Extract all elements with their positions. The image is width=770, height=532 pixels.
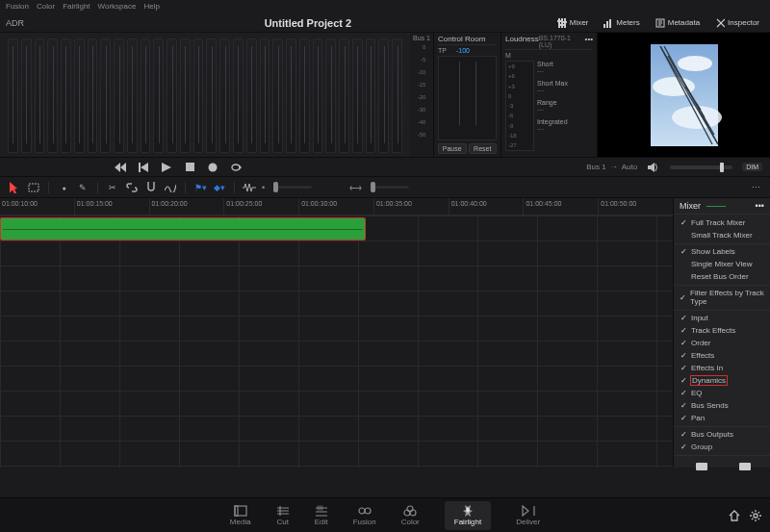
svg-rect-5: [563, 21, 567, 23]
menu-item-eq[interactable]: ✓EQ: [674, 387, 770, 399]
timeline-area: 01:00:10:0001:00:15:0001:00:20:0001:00:2…: [0, 198, 770, 468]
fader-1[interactable]: [681, 462, 719, 464]
metadata-toggle[interactable]: Metadata: [651, 16, 705, 30]
mixer-panel-title: Mixer: [680, 201, 701, 211]
link-tool[interactable]: [125, 181, 139, 194]
track-meters-strip: [0, 33, 410, 157]
play-button[interactable]: [160, 161, 173, 174]
razor-tool[interactable]: ✂: [106, 181, 119, 194]
menu-item-input[interactable]: ✓Input: [674, 310, 770, 324]
meter-slot: [339, 38, 349, 153]
page-edit[interactable]: Edit: [315, 505, 328, 526]
svg-point-21: [359, 508, 365, 514]
page-media[interactable]: Media: [230, 505, 251, 526]
meters-toggle[interactable]: Meters: [599, 16, 644, 30]
video-viewer[interactable]: [597, 33, 770, 157]
control-room-panel: Control Room TP -100 Pause Reset: [433, 33, 500, 157]
adr-label[interactable]: ADR: [6, 18, 64, 28]
stop-button[interactable]: [183, 161, 196, 174]
timeline-options-button[interactable]: ⋯: [749, 181, 762, 194]
meter-slot: [74, 38, 85, 153]
marker-tool[interactable]: ⬥: [57, 181, 70, 194]
ruler-tick: 01:00:45:00: [523, 198, 598, 215]
monitor-routing[interactable]: Bus 1→Auto: [586, 163, 637, 171]
inspector-toggle[interactable]: Inspector: [710, 16, 764, 30]
marker-flag-tool[interactable]: ◆▾: [213, 181, 226, 194]
fader-2[interactable]: [725, 462, 762, 464]
automation-tool[interactable]: [164, 181, 177, 194]
ruler-tick: 01:00:20:00: [149, 198, 224, 215]
menu-workspace[interactable]: Workspace: [98, 2, 137, 12]
menu-item-full-track-mixer[interactable]: ✓Full Track Mixer: [674, 216, 770, 229]
dim-button[interactable]: DIM: [742, 163, 762, 171]
deliver-page-icon: [522, 505, 535, 517]
menu-item-track-effects[interactable]: ✓Track Effects: [674, 324, 770, 337]
menu-item-group[interactable]: ✓Group: [674, 441, 770, 453]
menu-item-small-track-mixer[interactable]: Small Track Mixer: [674, 229, 770, 241]
loop-button[interactable]: [229, 161, 243, 174]
menu-fusion[interactable]: Fusion: [6, 2, 29, 12]
svg-point-12: [678, 56, 712, 71]
menu-item-single-mixer-view[interactable]: Single Mixer View: [674, 258, 770, 270]
menu-color[interactable]: Color: [37, 2, 55, 12]
menu-help[interactable]: Help: [143, 2, 159, 12]
timeline-tracks[interactable]: [0, 215, 673, 468]
menu-item-pan[interactable]: ✓Pan: [674, 412, 770, 424]
project-title: Untitled Project 2: [64, 17, 552, 29]
meter-slot: [193, 38, 204, 153]
svg-rect-18: [235, 506, 246, 516]
media-page-icon: [234, 505, 247, 517]
meter-slot: [8, 38, 18, 153]
svg-rect-8: [609, 19, 611, 28]
menu-item-bus-sends[interactable]: ✓Bus Sends: [674, 399, 770, 412]
meter-slot: [206, 38, 217, 153]
menu-fairlight[interactable]: Fairlight: [63, 2, 90, 12]
pause-button[interactable]: Pause: [438, 143, 467, 154]
rewind-button[interactable]: [114, 161, 127, 174]
record-button[interactable]: [206, 161, 219, 174]
zoom-scrubber-2[interactable]: [371, 186, 409, 189]
menu-item-dynamics[interactable]: ✓Dynamics: [674, 374, 770, 387]
timeline-ruler[interactable]: 01:00:10:0001:00:15:0001:00:20:0001:00:2…: [0, 198, 673, 215]
transient-tool[interactable]: [243, 181, 256, 194]
menu-item-show-labels[interactable]: ✓Show Labels: [674, 243, 770, 258]
menu-item-filter-effects-by-track-type[interactable]: ✓Filter Effects by Track Type: [674, 285, 770, 308]
audio-clip[interactable]: [0, 217, 366, 241]
svg-rect-3: [557, 20, 561, 22]
mixer-panel-more-icon[interactable]: •••: [756, 201, 764, 211]
meter-slot: [21, 38, 32, 153]
cut-page-icon: [276, 505, 290, 517]
ruler-tick: 01:00:50:00: [598, 198, 673, 215]
pencil-tool[interactable]: ✎: [76, 181, 90, 194]
page-color[interactable]: Color: [401, 505, 420, 526]
page-deliver[interactable]: Deliver: [516, 505, 540, 526]
speaker-icon[interactable]: [647, 161, 660, 174]
page-fusion[interactable]: Fusion: [353, 505, 376, 526]
menu-item-reset-bus-order[interactable]: Reset Bus Order: [674, 270, 770, 283]
prev-button[interactable]: [137, 161, 150, 174]
menu-item-effects[interactable]: ✓Effects: [674, 349, 770, 362]
pointer-tool[interactable]: [8, 181, 21, 194]
zoom-scrubber-1[interactable]: [273, 186, 312, 189]
page-cut[interactable]: Cut: [276, 505, 290, 526]
mixer-toggle[interactable]: Mixer: [552, 16, 594, 30]
reset-button[interactable]: Reset: [469, 143, 498, 154]
meter-slot: [219, 38, 230, 153]
more-icon[interactable]: •••: [585, 35, 593, 48]
svg-rect-20: [318, 506, 322, 510]
menu-item-order[interactable]: ✓Order: [674, 337, 770, 349]
edit-page-icon: [315, 505, 328, 517]
page-fairlight[interactable]: Fairlight: [445, 501, 491, 530]
menu-item-bus-outputs[interactable]: ✓Bus Outputs: [674, 426, 770, 441]
snap-tool[interactable]: [144, 181, 158, 194]
fusion-page-icon: [358, 505, 372, 517]
flag-tool[interactable]: ⚑▾: [193, 181, 207, 194]
menu-item-effects-in[interactable]: ✓Effects In: [674, 362, 770, 374]
meter-slot: [127, 38, 138, 153]
top-right-tools: MixerMetersMetadataInspector: [552, 16, 764, 30]
range-tool[interactable]: [27, 181, 40, 194]
bus1-scale: Bus 1 0-5-10-15-20-30-40-50: [410, 33, 433, 157]
home-icon[interactable]: [728, 509, 741, 522]
settings-icon[interactable]: [749, 509, 762, 522]
monitor-volume-slider[interactable]: [670, 165, 732, 169]
